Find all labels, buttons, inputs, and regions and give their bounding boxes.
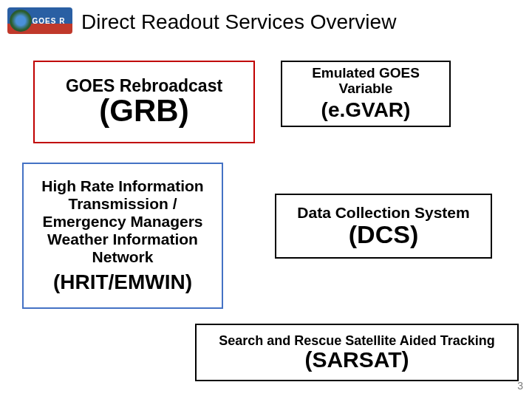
hrit-box: High Rate InformationTransmission /Emerg…: [22, 163, 223, 309]
egvar-label: Emulated GOESVariable: [312, 66, 420, 97]
egvar-abbr: (e.GVAR): [321, 98, 411, 122]
dcs-box: Data Collection System (DCS): [275, 194, 492, 259]
sarsat-label: Search and Rescue Satellite Aided Tracki…: [219, 333, 494, 349]
sarsat-abbr: (SARSAT): [304, 347, 409, 372]
grb-box: GOES Rebroadcast (GRB): [33, 61, 255, 143]
goes-r-logo: GOES R: [7, 7, 72, 34]
logo-text: GOES R: [33, 17, 66, 25]
hrit-abbr: (HRIT/EMWIN): [53, 270, 192, 294]
egvar-box: Emulated GOESVariable (e.GVAR): [281, 61, 451, 127]
hrit-label: High Rate InformationTransmission /Emerg…: [41, 177, 203, 267]
dcs-abbr: (DCS): [349, 220, 418, 249]
sarsat-box: Search and Rescue Satellite Aided Tracki…: [195, 324, 519, 381]
grb-abbr: (GRB): [99, 93, 188, 129]
dcs-label: Data Collection System: [297, 204, 469, 222]
page-number: 3: [517, 380, 523, 392]
slide-title: Direct Readout Services Overview: [81, 10, 396, 34]
